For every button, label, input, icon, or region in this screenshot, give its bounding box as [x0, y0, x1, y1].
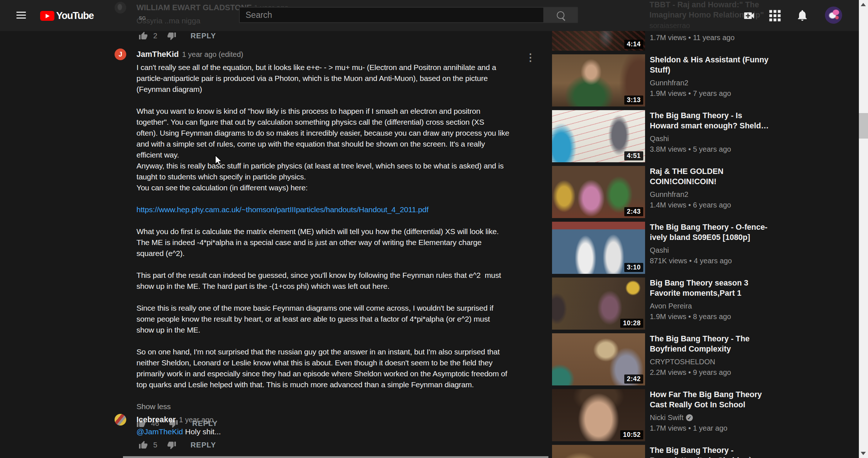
video-title[interactable]: The Big Bang Theory - O-fence- ively bla… [650, 222, 768, 242]
comment-paragraph: What you do first is calculate the matri… [136, 226, 578, 259]
video-thumbnail[interactable] [552, 445, 645, 458]
youtube-watch-page: 4:14 TBBT - Raj and Howard:" The Imagina… [0, 0, 868, 458]
video-title[interactable]: The Big Bang Theory - Bernadette sits in… [650, 446, 756, 458]
comment-paragraphs: What you do first is calculate the matri… [136, 226, 578, 390]
video-channel-name[interactable]: Qashi [650, 246, 669, 255]
video-info: Raj & THE GOLDEN COIN!COIN!COIN! Gunnhfr… [645, 166, 731, 218]
video-title[interactable]: The Big Bang Theory - The Boyfriend Comp… [650, 334, 750, 354]
search-form [239, 7, 578, 23]
page-scrollbar[interactable] [859, 0, 868, 458]
video-title[interactable]: The Big Bang Theory - Is Howard smart en… [650, 111, 769, 131]
comment-actions-previous: 2 REPLY [139, 31, 216, 40]
dislike-icon[interactable] [167, 440, 176, 450]
video-info: Big Bang Theory season 3 Favorite moment… [645, 277, 748, 330]
video-title[interactable]: Sheldon & His Assistant (Funny Stuff) [650, 55, 768, 75]
comment-author[interactable]: Icebreaker [136, 415, 176, 424]
video-channel-row[interactable]: Avon Pereira ✓ [650, 302, 748, 310]
hamburger-menu-icon[interactable] [16, 11, 26, 19]
reply-button[interactable]: REPLY [190, 441, 216, 449]
apps-grid-icon[interactable] [769, 9, 781, 22]
avatar-dimmed [115, 2, 126, 13]
comment-paragraphs: I can't really see all of the equation, … [136, 62, 578, 193]
video-meta: 3.8M views • 5 years ago [650, 145, 769, 154]
comment-paragraph: This part of the result can indeed be gu… [136, 270, 578, 292]
like-icon[interactable] [139, 440, 148, 450]
video-channel-row[interactable]: Nicki Swift ✓ [650, 414, 762, 422]
video-channel-name[interactable]: CRYPTOSHELDON [650, 358, 715, 366]
video-title[interactable]: Big Bang Theory season 3 Favorite moment… [650, 278, 748, 298]
masthead: WILLIAM EWART GLADSTONE 1 year ago Ossyr… [0, 0, 868, 31]
video-channel-row[interactable]: Gunnhfran2 ✓ [650, 79, 768, 87]
video-title[interactable]: Raj & THE GOLDEN COIN!COIN!COIN! [650, 167, 731, 187]
youtube-wordmark: YouTube [56, 10, 93, 22]
video-title[interactable]: How Far The Big Bang Theory Cast Really … [650, 390, 762, 410]
video-list-item[interactable]: 10:52 How Far The Big Bang Theory Cast R… [552, 389, 814, 441]
comment-text-dimmed: Ossyria ..ma nigga [136, 16, 200, 25]
video-channel-name[interactable]: Nicki Swift [650, 414, 683, 422]
comment-actions-reply: 5 REPLY [139, 440, 216, 450]
video-channel-name[interactable]: Gunnhfran2 [650, 79, 688, 87]
video-info: Sheldon & His Assistant (Funny Stuff) Gu… [645, 54, 768, 106]
mention-link[interactable]: @JamTheKid [136, 427, 183, 436]
avatar-jamthekid[interactable]: J [115, 48, 126, 60]
scrollbar-down-arrow[interactable] [861, 452, 866, 455]
video-list-item[interactable]: 2:43 Raj & THE GOLDEN COIN!COIN!COIN! Gu… [552, 166, 814, 218]
show-less-button[interactable]: Show less [136, 401, 578, 412]
dislike-icon[interactable] [167, 31, 176, 40]
video-channel-row[interactable]: CRYPTOSHELDON ✓ [650, 358, 750, 366]
search-icon [557, 11, 564, 19]
comment-header-reply: Icebreaker 1 year ago [136, 415, 213, 424]
video-info: The Big Bang Theory - The Boyfriend Comp… [645, 333, 750, 385]
like-count: 5 [153, 441, 157, 449]
youtube-logo[interactable]: YouTube SG [40, 10, 93, 22]
video-duration-badge: 4:14 [624, 40, 643, 49]
video-channel-row[interactable]: Qashi ✓ [650, 246, 768, 255]
video-channel-row[interactable]: Gunnhfran2 ✓ [650, 190, 731, 199]
video-channel-dimmed: soraiaserrao [649, 22, 690, 30]
scrollbar-thumb[interactable] [859, 113, 868, 139]
video-info: The Big Bang Theory - Is Howard smart en… [645, 110, 769, 162]
video-meta: 1.4M views • 6 years ago [650, 201, 731, 209]
youtube-play-icon [40, 11, 54, 21]
like-icon[interactable] [139, 31, 148, 40]
video-channel-name[interactable]: Qashi [650, 135, 669, 143]
video-list-item[interactable]: 10:28 Big Bang Theory season 3 Favorite … [552, 277, 814, 330]
comment-link[interactable]: https://www.hep.phy.cam.ac.uk/~thomson/p… [136, 204, 578, 215]
video-list-item[interactable]: 3:13 Sheldon & His Assistant (Funny Stuf… [552, 54, 814, 106]
comment-paragraph: I can't really see all of the equation, … [136, 62, 578, 95]
video-meta: 1.7M views • 1 year ago [650, 424, 762, 432]
video-info: How Far The Big Bang Theory Cast Really … [645, 389, 762, 441]
comment-menu-icon[interactable]: ⋮ [525, 53, 536, 63]
video-list-item[interactable]: 4:51 The Big Bang Theory - Is Howard sma… [552, 110, 814, 162]
video-channel-name[interactable]: Gunnhfran2 [650, 190, 688, 199]
search-input[interactable] [239, 7, 543, 23]
video-meta: 871K views • 4 years ago [650, 257, 768, 265]
comment-author-dimmed: WILLIAM EWART GLADSTONE [136, 3, 252, 12]
scrollbar-up-arrow[interactable] [861, 3, 866, 6]
video-duration-badge: 2:43 [624, 207, 643, 216]
video-duration-badge: 3:10 [624, 263, 643, 272]
reply-button[interactable]: REPLY [190, 32, 216, 40]
avatar-icebreaker[interactable] [115, 414, 126, 426]
search-button[interactable] [543, 7, 578, 23]
comment-body: @JamTheKid Holy shit... [136, 427, 221, 436]
comment-text: Holy shit... [183, 427, 221, 436]
video-list-item[interactable]: 3:10 The Big Bang Theory - O-fence- ivel… [552, 222, 814, 274]
video-channel-row[interactable]: Qashi ✓ [650, 135, 769, 143]
comment-paragraph: What you want to know is kind of "how li… [136, 106, 578, 193]
user-avatar[interactable] [825, 7, 842, 24]
comment-body: I can't really see all of the equation, … [136, 62, 578, 429]
comment-paragraph: Since this is really one of the more bas… [136, 303, 578, 335]
video-meta: 1.7M views • 11 years ago [650, 34, 764, 42]
video-list-item[interactable]: 2:42 The Big Bang Theory - The Boyfriend… [552, 333, 814, 385]
video-duration-badge: 3:13 [624, 96, 643, 105]
bottom-edge-element [123, 456, 548, 458]
video-channel-name[interactable]: Avon Pereira [650, 302, 692, 310]
video-list-item[interactable]: The Big Bang Theory - Bernadette sits in… [552, 445, 814, 458]
video-upload-icon[interactable] [742, 9, 756, 22]
comment-author[interactable]: JamTheKid [136, 50, 179, 59]
comment-header-main: JamTheKid 1 year ago (edited) [136, 50, 243, 59]
verified-badge-icon: ✓ [686, 414, 693, 421]
notifications-bell-icon[interactable] [796, 9, 809, 22]
video-duration-badge: 4:51 [624, 151, 643, 160]
